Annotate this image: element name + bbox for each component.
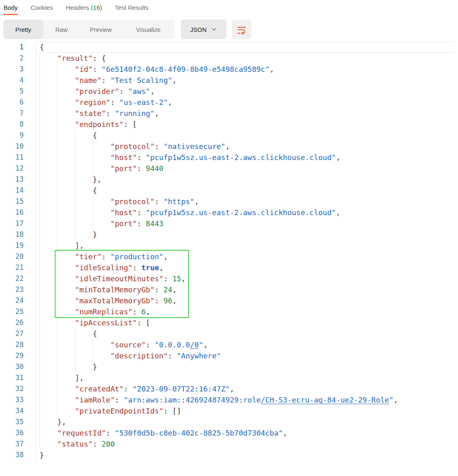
code-line[interactable]: 7"state": "running",	[0, 108, 458, 119]
json-token: 96	[163, 296, 172, 305]
tab-headers[interactable]: Headers(16)	[65, 3, 102, 16]
indent-guide	[40, 75, 57, 86]
line-number: 14	[0, 185, 36, 196]
code-line-content: "result": {	[36, 53, 455, 64]
language-select[interactable]: JSON	[181, 20, 227, 39]
indent-guide	[57, 196, 75, 207]
tab-body[interactable]: Body	[3, 3, 18, 16]
code-line[interactable]: 2"result": {	[0, 53, 458, 64]
code-line[interactable]: 12"port": 9440	[0, 163, 458, 174]
line-number: 4	[0, 75, 36, 86]
code-line[interactable]: 22"idleTimeoutMinutes": 15,	[0, 273, 458, 284]
code-line[interactable]: 36"requestId": "530f0d5b-c8eb-402c-8825-…	[0, 427, 458, 438]
code-line[interactable]: 17"port": 8443	[0, 218, 458, 229]
code-line[interactable]: 13},	[0, 174, 458, 185]
code-line[interactable]: 21"idleScaling": true,	[0, 262, 458, 273]
indent-guide	[57, 130, 75, 141]
code-line[interactable]: 29"description": "Anywhere"	[0, 350, 458, 361]
line-number: 38	[0, 449, 36, 460]
code-line[interactable]: 26"ipAccessList": [	[0, 317, 458, 328]
json-token: ,	[203, 340, 208, 349]
code-line[interactable]: 34"privateEndpointIds": []	[0, 405, 458, 416]
line-number: 16	[0, 207, 36, 218]
wrap-lines-button[interactable]	[232, 20, 251, 39]
indent-guide	[57, 328, 75, 339]
json-token: "production"	[110, 252, 163, 261]
json-token: "host"	[110, 208, 137, 217]
code-line[interactable]: 38}	[0, 449, 458, 460]
indent-guide	[75, 207, 93, 218]
code-line[interactable]: 31],	[0, 372, 458, 383]
line-number: 13	[0, 174, 36, 185]
indent-guide	[57, 394, 75, 405]
code-line[interactable]: 1{	[0, 42, 458, 53]
indent-guide	[40, 108, 57, 119]
code-line[interactable]: 4"name": "Test Scaling",	[0, 75, 458, 86]
json-token: "0.0.0.0	[155, 340, 190, 349]
indent-guide	[57, 361, 75, 372]
indent-guide	[75, 218, 93, 229]
tab-cookies-label: Cookies	[31, 4, 53, 11]
line-number: 17	[0, 218, 36, 229]
indent-guide	[93, 350, 110, 361]
code-line-content: ],	[36, 240, 455, 251]
json-token: ,	[155, 109, 159, 118]
json-token: 8443	[146, 219, 163, 228]
code-line[interactable]: 14{	[0, 185, 458, 196]
json-link[interactable]: /0	[190, 340, 199, 349]
code-line[interactable]: 24"maxTotalMemoryGb": 96,	[0, 295, 458, 306]
indent-guide	[75, 185, 93, 196]
code-line[interactable]: 20"tier": "production",	[0, 251, 458, 262]
tab-test-results[interactable]: Test Results	[115, 3, 149, 16]
indent-guide	[40, 97, 57, 108]
code-line[interactable]: 10"protocol": "nativesecure",	[0, 141, 458, 152]
json-token: :	[155, 197, 164, 206]
code-line-content: "protocol": "nativesecure",	[36, 141, 455, 152]
mode-visualize[interactable]: Visualize	[122, 20, 175, 39]
code-line[interactable]: 30}	[0, 361, 458, 372]
json-token: "createdAt"	[75, 385, 124, 393]
indent-guide	[40, 119, 57, 130]
code-line[interactable]: 18}	[0, 229, 458, 240]
json-token: "https"	[163, 197, 194, 206]
mode-pretty[interactable]: Pretty	[3, 20, 43, 39]
json-token: "provider"	[75, 87, 119, 96]
response-body-editor[interactable]: 1{2"result": {3"id": "6e5140f2-04c8-4f09…	[0, 42, 458, 460]
code-line[interactable]: 35},	[0, 416, 458, 427]
code-line[interactable]: 37"status": 200	[0, 438, 458, 449]
mode-raw[interactable]: Raw	[43, 20, 80, 39]
code-line[interactable]: 15"protocol": "https",	[0, 196, 458, 207]
code-line[interactable]: 16"host": "pcufp1w5sz.us-east-2.aws.clic…	[0, 207, 458, 218]
code-line[interactable]: 25"numReplicas": 6,	[0, 306, 458, 317]
json-token: ,	[283, 429, 287, 437]
indent-guide	[40, 141, 57, 152]
code-line[interactable]: 28"source": "0.0.0.0/0",	[0, 339, 458, 350]
json-token: "minTotalMemoryGb"	[75, 285, 155, 294]
indent-guide	[57, 383, 75, 394]
code-line-content: "maxTotalMemoryGb": 96,	[36, 295, 455, 306]
code-line[interactable]: 11"host": "pcufp1w5sz.us-east-2.aws.clic…	[0, 152, 458, 163]
line-number: 21	[0, 262, 36, 273]
line-number: 18	[0, 229, 36, 240]
indent-guide	[57, 262, 75, 273]
code-line[interactable]: 32"createdAt": "2023-09-07T22:16:47Z",	[0, 383, 458, 394]
code-line[interactable]: 33"iamRole": "arn:aws:iam::426924874929:…	[0, 394, 458, 405]
json-token: "6e5140f2-04c8-4f09-8b49-e5498ca9589c"	[102, 65, 270, 73]
code-line[interactable]: 23"minTotalMemoryGb": 24,	[0, 284, 458, 295]
code-line[interactable]: 3"id": "6e5140f2-04c8-4f09-8b49-e5498ca9…	[0, 64, 458, 75]
code-line[interactable]: 19],	[0, 240, 458, 251]
code-line[interactable]: 5"provider": "aws",	[0, 86, 458, 97]
json-token: ,	[394, 396, 398, 404]
json-token: "state"	[75, 109, 106, 118]
json-token: :	[106, 109, 115, 118]
json-token: "port"	[110, 219, 137, 228]
code-line[interactable]: 8"endpoints": [	[0, 119, 458, 130]
json-token: :	[115, 396, 124, 404]
indent-guide	[40, 240, 57, 251]
code-line[interactable]: 6"region": "us-east-2",	[0, 97, 458, 108]
tab-cookies[interactable]: Cookies	[30, 3, 53, 16]
code-line[interactable]: 9{	[0, 130, 458, 141]
json-link[interactable]: /CH-S3-ecru-ag-84-ue2-29-Role	[261, 396, 389, 404]
code-line[interactable]: 27{	[0, 328, 458, 339]
mode-preview[interactable]: Preview	[80, 20, 122, 39]
